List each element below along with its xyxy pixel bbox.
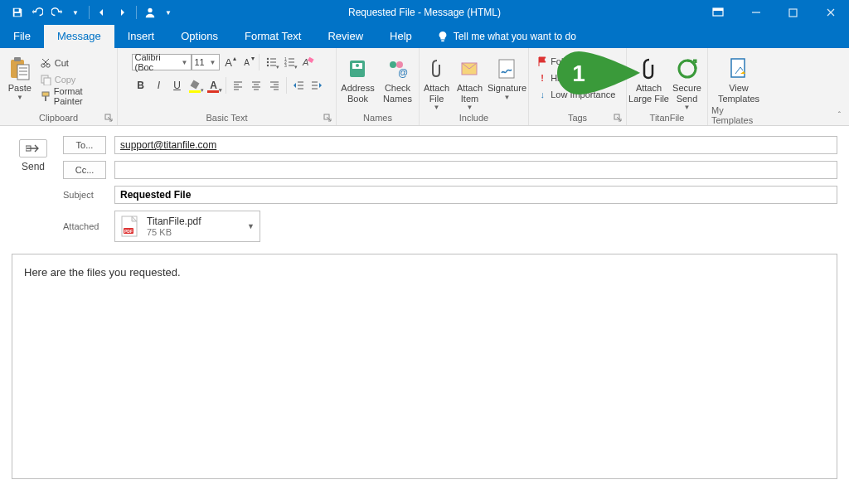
italic-button[interactable]: I (150, 76, 168, 94)
next-item-icon[interactable] (114, 3, 132, 22)
title-bar: ▼ ▼ Requested File - Message (HTML) (0, 0, 849, 25)
dialog-launcher-icon[interactable] (614, 113, 623, 123)
svg-rect-11 (14, 57, 21, 61)
account-icon[interactable] (141, 3, 159, 22)
send-label: Send (22, 161, 45, 172)
svg-rect-4 (713, 8, 723, 11)
tab-help[interactable]: Help (376, 25, 425, 48)
dialog-launcher-icon[interactable] (323, 113, 333, 123)
group-tags: Follow Up▾ !High Importance ↓Low Importa… (529, 48, 627, 125)
svg-rect-66 (499, 60, 514, 78)
group-names: Address Book @ Check Names Names (337, 48, 420, 125)
undo-icon[interactable] (28, 3, 46, 22)
attach-item-button[interactable]: Attach Item▼ (454, 53, 487, 111)
group-label: Clipboard (39, 111, 78, 124)
paste-button[interactable]: Paste ▼ (3, 53, 36, 101)
clear-formatting-button[interactable]: A (298, 53, 317, 71)
bullets-button[interactable]: ▾ (262, 53, 280, 71)
tab-file[interactable]: File (0, 25, 44, 48)
bold-button[interactable]: B (132, 76, 150, 94)
send-icon (19, 139, 47, 158)
svg-point-2 (148, 8, 152, 12)
signature-button[interactable]: Signature▼ (487, 53, 528, 101)
ribbon: Paste ▼ Cut Copy Format Painter Clipboar… (0, 48, 849, 126)
window-title: Requested File - Message (HTML) (348, 7, 501, 18)
attachment-size: 75 KB (147, 227, 201, 237)
increase-indent-button[interactable] (308, 76, 326, 94)
svg-point-27 (266, 61, 268, 63)
separator (259, 54, 260, 70)
align-center-button[interactable] (247, 76, 265, 94)
tab-options[interactable]: Options (167, 25, 231, 48)
subject-field[interactable] (114, 186, 837, 204)
svg-rect-22 (42, 92, 49, 96)
send-button[interactable]: Send (12, 136, 55, 242)
down-arrow-icon: ↓ (537, 90, 547, 99)
decrease-indent-button[interactable] (289, 76, 308, 94)
shrink-font-button[interactable]: A▾ (238, 53, 256, 71)
svg-text:PDF: PDF (124, 229, 133, 234)
attach-large-file-button[interactable]: Attach Large File (629, 53, 669, 104)
font-size-selector[interactable]: 11▼ (192, 54, 220, 70)
pdf-icon: PDF (120, 215, 140, 238)
tell-me-label: Tell me what you want to do (454, 31, 576, 42)
attachment-card[interactable]: PDF TitanFile.pdf 75 KB ▼ (114, 211, 260, 242)
chevron-down-icon: ▼ (210, 59, 216, 66)
address-book-button[interactable]: Address Book (338, 53, 378, 104)
scissors-icon (40, 57, 51, 69)
grow-font-button[interactable]: A▴ (220, 53, 238, 71)
flag-icon (537, 56, 547, 66)
collapse-ribbon-icon[interactable]: ˆ (838, 111, 841, 120)
tab-insert[interactable]: Insert (114, 25, 168, 48)
numbering-button[interactable]: 123▾ (280, 53, 298, 71)
large-paperclip-icon (640, 55, 658, 83)
font-selector[interactable]: Calibri (Boc▼ (132, 54, 192, 70)
paintbrush-icon (40, 90, 51, 102)
view-templates-button[interactable]: View Templates (714, 53, 764, 104)
tell-me-search[interactable]: Tell me what you want to do (425, 25, 588, 48)
maximize-button[interactable] (774, 0, 812, 25)
check-names-button[interactable]: @ Check Names (378, 53, 418, 104)
attach-file-button[interactable]: Attach File▼ (420, 53, 454, 111)
high-importance-button[interactable]: !High Importance (534, 70, 621, 86)
paste-icon (9, 55, 31, 83)
svg-point-25 (266, 58, 268, 60)
ribbon-tabs: File Message Insert Options Format Text … (0, 25, 849, 48)
quick-access-toolbar: ▼ ▼ (0, 3, 177, 22)
highlight-button[interactable]: ▾ (187, 76, 205, 94)
dialog-launcher-icon[interactable] (104, 113, 114, 123)
previous-item-icon[interactable] (94, 3, 112, 22)
svg-rect-69 (731, 59, 745, 77)
window-controls (699, 0, 849, 25)
cut-button[interactable]: Cut (36, 55, 114, 71)
cc-field[interactable] (114, 161, 837, 179)
account-dropdown-icon[interactable]: ▼ (159, 3, 177, 22)
chevron-down-icon[interactable]: ▼ (247, 222, 255, 230)
separator (286, 77, 287, 94)
format-painter-button[interactable]: Format Painter (36, 88, 114, 104)
message-body-editor[interactable]: Here are the files you requested. (12, 254, 837, 479)
svg-rect-6 (789, 9, 797, 17)
font-color-button[interactable]: A▾ (205, 76, 223, 94)
redo-icon[interactable] (48, 3, 66, 22)
to-button[interactable]: To... (63, 136, 106, 154)
tab-format-text[interactable]: Format Text (231, 25, 314, 48)
tab-review[interactable]: Review (314, 25, 376, 48)
to-field[interactable] (114, 136, 837, 154)
low-importance-button[interactable]: ↓Low Importance (534, 86, 619, 103)
body-text: Here are the files you requested. (24, 266, 181, 279)
copy-button[interactable]: Copy (36, 71, 114, 88)
align-left-button[interactable] (229, 76, 247, 94)
close-button[interactable] (812, 0, 849, 25)
ribbon-display-options-icon[interactable] (699, 0, 737, 25)
cc-button[interactable]: Cc... (63, 161, 106, 179)
underline-button[interactable]: U (168, 76, 187, 94)
save-icon[interactable] (8, 3, 27, 22)
tab-message[interactable]: Message (44, 25, 114, 48)
follow-up-button[interactable]: Follow Up▾ (534, 53, 603, 70)
qat-dropdown-icon[interactable]: ▼ (66, 3, 85, 22)
minimize-button[interactable] (737, 0, 774, 25)
align-right-button[interactable] (265, 76, 284, 94)
secure-send-button[interactable]: Secure Send▼ (669, 53, 706, 111)
templates-icon (729, 55, 749, 83)
